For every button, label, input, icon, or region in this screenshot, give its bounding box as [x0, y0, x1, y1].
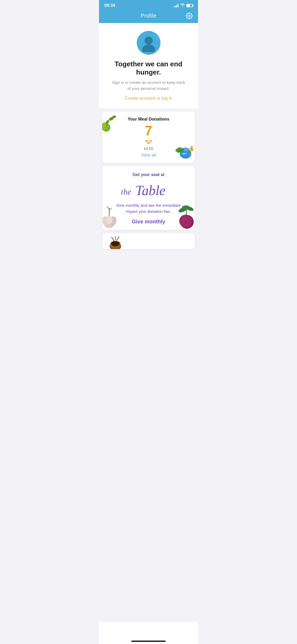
olive-decoration	[102, 113, 121, 135]
donation-amount: £4.55	[144, 146, 153, 151]
view-all-link[interactable]: View all	[141, 153, 156, 158]
give-monthly-description: Give monthly and see the immediate impac…	[114, 203, 183, 214]
signal-icon	[174, 4, 178, 7]
next-card-partial	[102, 233, 195, 249]
meal-donations-card: Your Meal Donations 7 £4.55 View all	[102, 112, 195, 163]
the-table-logo: the Table	[120, 179, 178, 199]
beetroot-decoration	[175, 204, 195, 230]
get-seat-text: Get your seat at	[133, 172, 164, 177]
avatar	[137, 31, 161, 55]
wifi-icon	[180, 3, 185, 8]
time: 09:34	[104, 3, 115, 8]
the-table-card: Get your seat at the Table Give monthly …	[102, 166, 195, 230]
svg-point-25	[106, 215, 112, 224]
svg-point-0	[144, 36, 153, 45]
give-monthly-link[interactable]: Give monthly	[132, 219, 165, 225]
garlic-decoration	[102, 205, 119, 230]
svg-text:the: the	[121, 187, 131, 196]
login-link[interactable]: Create account or log in	[125, 96, 172, 101]
svg-point-38	[111, 241, 120, 246]
meal-donations-label: Your Meal Donations	[128, 117, 169, 122]
status-bar: 09:34	[99, 0, 198, 10]
grain-decoration: WFP	[174, 142, 194, 162]
coconut-decoration	[107, 236, 126, 249]
page-header: Profile	[99, 10, 198, 23]
svg-point-30	[179, 215, 192, 227]
battery-icon	[186, 4, 193, 7]
header-title: Profile	[141, 13, 156, 19]
bowl-icon	[145, 139, 153, 145]
donation-count: 7	[145, 124, 152, 137]
svg-text:Table: Table	[135, 183, 166, 198]
svg-point-35	[182, 217, 186, 220]
profile-subtext: Sign in or create an account to keep tra…	[112, 80, 186, 91]
profile-section: Together we can end hunger. Sign in or c…	[99, 23, 198, 108]
status-icons	[174, 3, 193, 8]
svg-text:WFP: WFP	[182, 153, 187, 155]
profile-heading: Together we can end hunger.	[107, 60, 190, 76]
settings-icon[interactable]	[186, 12, 193, 21]
svg-point-1	[142, 45, 155, 52]
